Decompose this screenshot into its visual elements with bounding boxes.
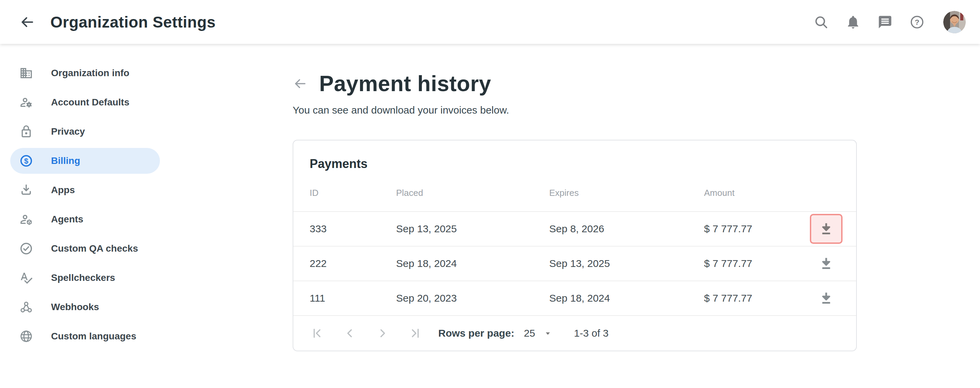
sidebar-item-account-defaults[interactable]: Account Defaults [10, 89, 160, 115]
sidebar-item-label: Account Defaults [51, 97, 129, 108]
person-cube-icon [19, 212, 33, 226]
topbar-actions: ? [813, 11, 966, 33]
cell-placed: Sep 13, 2025 [396, 223, 549, 234]
bell-icon[interactable] [845, 14, 861, 30]
help-icon[interactable]: ? [909, 14, 925, 30]
column-header-id: ID [310, 188, 396, 198]
sidebar-item-label: Custom languages [51, 331, 136, 342]
back-arrow-icon[interactable] [18, 13, 37, 32]
chevron-down-icon[interactable] [543, 328, 553, 338]
payments-card-title: Payments [293, 141, 856, 174]
sidebar-item-organization-info[interactable]: Organization info [10, 60, 160, 86]
page-body: Organization info Account Defaults Priva… [0, 44, 980, 388]
sidebar-item-spellcheckers[interactable]: Spellcheckers [10, 265, 160, 291]
settings-sidebar: Organization info Account Defaults Priva… [0, 44, 170, 388]
cell-expires: Sep 8, 2026 [549, 223, 704, 234]
page-title: Payment history [319, 71, 491, 96]
cell-id: 222 [310, 258, 396, 269]
lock-icon [19, 125, 33, 138]
column-header-expires: Expires [549, 188, 704, 198]
previous-page-icon[interactable] [342, 326, 357, 341]
download-invoice-button[interactable] [810, 283, 843, 313]
cell-expires: Sep 18, 2024 [549, 293, 704, 304]
svg-text:?: ? [915, 18, 920, 27]
cell-amount: $ 7 777.77 [704, 258, 799, 269]
table-row: 111 Sep 20, 2023 Sep 18, 2024 $ 7 777.77 [293, 280, 856, 315]
page-subtitle: You can see and download your invoices b… [293, 105, 980, 116]
top-app-bar: Organization Settings ? [0, 0, 980, 44]
sidebar-item-webhooks[interactable]: Webhooks [10, 294, 160, 320]
cell-expires: Sep 13, 2025 [549, 258, 704, 269]
sidebar-item-label: Billing [51, 155, 80, 166]
sidebar-item-label: Spellcheckers [51, 272, 115, 283]
next-page-icon[interactable] [375, 326, 390, 341]
sidebar-item-label: Apps [51, 185, 75, 196]
download-invoice-button[interactable] [810, 249, 843, 279]
sidebar-item-agents[interactable]: Agents [10, 206, 160, 232]
sidebar-item-custom-languages[interactable]: Custom languages [10, 323, 160, 349]
last-page-icon[interactable] [408, 326, 423, 341]
check-circle-icon [19, 242, 33, 255]
cell-amount: $ 7 777.77 [704, 223, 799, 234]
rows-per-page-label: Rows per page: [438, 328, 514, 339]
cell-id: 333 [310, 223, 396, 234]
app-title: Organization Settings [50, 13, 216, 31]
pagination-range: 1-3 of 3 [574, 328, 609, 339]
payments-table-header: ID Placed Expires Amount [293, 174, 856, 211]
sidebar-item-privacy[interactable]: Privacy [10, 119, 160, 144]
table-row: 333 Sep 13, 2025 Sep 8, 2026 $ 7 777.77 [293, 211, 856, 246]
first-page-icon[interactable] [310, 326, 325, 341]
page-header: Payment history [293, 71, 980, 96]
download-invoice-button[interactable] [810, 214, 843, 244]
sidebar-item-label: Webhooks [51, 302, 99, 312]
table-row: 222 Sep 18, 2024 Sep 13, 2025 $ 7 777.77 [293, 246, 856, 280]
search-icon[interactable] [813, 14, 829, 30]
cell-id: 111 [310, 293, 396, 304]
column-header-placed: Placed [396, 188, 549, 198]
sidebar-item-label: Custom QA checks [51, 243, 138, 254]
sidebar-item-label: Organization info [51, 68, 129, 79]
rows-per-page-select[interactable]: 25 [524, 328, 535, 339]
spellcheck-icon [19, 271, 33, 285]
main-content: Payment history You can see and download… [170, 44, 980, 388]
column-header-amount: Amount [704, 188, 799, 198]
dollar-circle-icon: $ [19, 154, 33, 168]
sidebar-item-label: Privacy [51, 126, 85, 137]
sidebar-item-custom-qa-checks[interactable]: Custom QA checks [10, 236, 160, 261]
page-back-arrow-icon[interactable] [293, 76, 308, 91]
chat-icon[interactable] [877, 14, 893, 30]
user-avatar[interactable] [943, 11, 966, 33]
sidebar-item-label: Agents [51, 214, 83, 225]
table-pagination: Rows per page: 25 1-3 of 3 [293, 315, 856, 351]
download-icon [19, 183, 33, 197]
sidebar-item-apps[interactable]: Apps [10, 177, 160, 203]
svg-text:$: $ [24, 157, 28, 165]
payments-card: Payments ID Placed Expires Amount 333 Se… [293, 140, 857, 351]
person-gear-icon [19, 95, 33, 109]
cell-placed: Sep 20, 2023 [396, 293, 549, 304]
building-icon [19, 66, 33, 80]
cell-amount: $ 7 777.77 [704, 293, 799, 304]
cell-placed: Sep 18, 2024 [396, 258, 549, 269]
webhook-icon [19, 300, 33, 314]
sidebar-item-billing[interactable]: $ Billing [10, 148, 160, 174]
globe-icon [19, 329, 33, 343]
